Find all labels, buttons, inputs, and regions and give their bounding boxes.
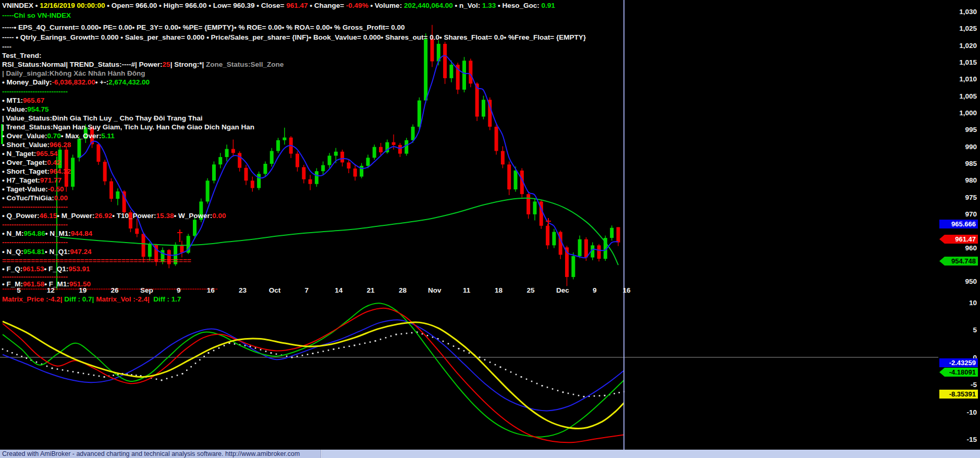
oscillator-dot xyxy=(166,378,168,379)
oscillator-dot xyxy=(186,369,188,371)
y-axis-label: 5 xyxy=(940,326,977,334)
oscillator-dot xyxy=(224,345,225,346)
oscillator-dot xyxy=(568,393,569,394)
oscillator-dot xyxy=(547,387,548,388)
candle-body xyxy=(84,127,88,139)
candle-body xyxy=(283,138,286,140)
candle-body xyxy=(257,174,261,188)
oscillator-dot xyxy=(489,361,491,363)
oscillator-dot xyxy=(78,372,79,373)
y-axis-label: 950 xyxy=(940,278,977,285)
y-axis-label: 1,020 xyxy=(940,42,977,50)
candle-body xyxy=(328,155,332,165)
candle-body xyxy=(135,228,139,234)
oscillator-dot xyxy=(46,366,48,367)
candle-body xyxy=(225,149,229,158)
candle-body xyxy=(546,226,549,245)
chart-canvas[interactable] xyxy=(0,0,980,450)
oscillator-dot xyxy=(323,351,324,352)
oscillator-dot xyxy=(156,379,157,380)
oscillator-dot xyxy=(562,392,564,393)
candle-body xyxy=(309,179,312,184)
candle-body xyxy=(418,101,421,127)
oscillator-dot xyxy=(354,345,356,346)
candle-body xyxy=(251,180,254,188)
matrix-red-line xyxy=(3,308,624,443)
oscillator-dot xyxy=(177,375,178,376)
oscillator-dot xyxy=(505,369,507,370)
chip-ma-blue: 965.666 xyxy=(939,220,978,228)
oscillator-dot xyxy=(614,393,615,394)
y-axis-label: 1,010 xyxy=(940,75,977,83)
y-axis-label: 990 xyxy=(940,143,977,151)
oscillator-dot xyxy=(199,359,201,361)
oscillator-dot xyxy=(104,376,105,378)
candle-body xyxy=(103,162,107,181)
oscillator-dot xyxy=(443,341,444,342)
candle-body xyxy=(571,256,575,277)
candle-body xyxy=(96,144,100,162)
chip-osc-green: -4.18091 xyxy=(939,368,978,377)
candle-body xyxy=(302,167,305,179)
oscillator-dot xyxy=(21,356,22,357)
oscillator-dot xyxy=(113,375,114,376)
oscillator-dot xyxy=(208,352,210,354)
x-axis-label: 9 xyxy=(593,286,597,294)
candle-body xyxy=(379,147,383,152)
oscillator-dot xyxy=(218,347,220,349)
candle-body xyxy=(334,152,338,156)
x-axis-label: 19 xyxy=(79,286,87,294)
candle-body xyxy=(392,142,396,145)
x-axis-label: Dec xyxy=(556,286,569,294)
candle-body xyxy=(206,180,210,201)
candle-body xyxy=(315,171,318,184)
oscillator-dot xyxy=(448,343,449,345)
oscillator-dot xyxy=(286,356,288,357)
x-axis-label: 18 xyxy=(495,286,503,294)
candle-body xyxy=(193,220,197,236)
oscillator-dot xyxy=(406,333,408,334)
x-axis-label: 26 xyxy=(111,286,119,294)
oscillator-dot xyxy=(604,395,606,396)
x-axis-label: 7 xyxy=(305,286,309,294)
oscillator-dot xyxy=(213,350,215,352)
candle-body xyxy=(71,158,75,187)
candle-body xyxy=(373,147,376,158)
candle-body xyxy=(366,158,370,166)
oscillator-dot xyxy=(62,369,64,371)
chip-ma-green: 954.748 xyxy=(939,257,978,266)
x-axis-label: 16 xyxy=(623,286,631,294)
oscillator-dot xyxy=(349,346,350,347)
cursor-line[interactable] xyxy=(623,0,624,450)
oscillator-dot xyxy=(317,352,319,353)
x-axis-label: 11 xyxy=(463,286,470,294)
y-axis-label: 1,000 xyxy=(940,109,977,117)
oscillator-dot xyxy=(276,353,277,355)
chip-close: 961.47 xyxy=(939,235,978,244)
y-axis-label: 1,025 xyxy=(940,25,977,32)
left-edge-marker xyxy=(1,124,3,144)
oscillator-dot xyxy=(578,395,580,396)
candle-body xyxy=(616,227,620,242)
oscillator-dot xyxy=(495,364,496,366)
oscillator-dot xyxy=(385,337,387,339)
oscillator-dot xyxy=(265,351,267,352)
status-bar-text: Created with AmiBroker - advanced charti… xyxy=(0,450,321,458)
oscillator-dot xyxy=(453,345,455,347)
oscillator-dot xyxy=(99,376,100,377)
oscillator-dot xyxy=(67,370,69,372)
candle-body xyxy=(231,149,235,153)
oscillator-dot xyxy=(542,385,543,387)
oscillator-dot xyxy=(291,357,293,358)
oscillator-dot xyxy=(573,394,574,395)
oscillator-dot xyxy=(297,356,298,357)
oscillator-dot xyxy=(255,347,256,349)
y-axis-label: 10 xyxy=(940,299,977,307)
oscillator-dot xyxy=(427,335,428,336)
oscillator-dot xyxy=(463,350,465,352)
y-axis-label: -10 xyxy=(940,408,977,416)
candle-body xyxy=(148,245,152,257)
candle-body xyxy=(424,39,427,101)
candle-body xyxy=(321,165,325,172)
candle-body xyxy=(218,157,222,164)
